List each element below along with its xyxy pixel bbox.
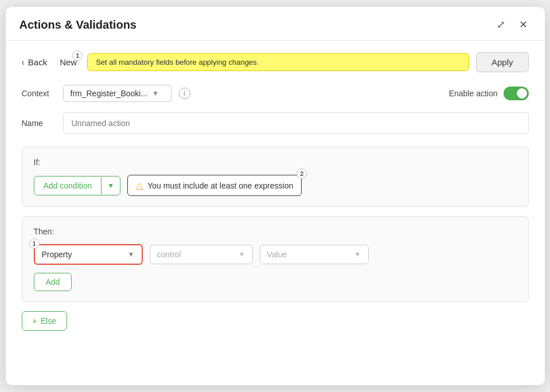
if-row: Add condition ▼ △ You must include at le… [34,175,517,196]
value-select[interactable]: Value ▼ [260,245,369,264]
then-badge-1: 1 [29,238,40,249]
then-section: Then: 1 Property ▼ control ▼ Value ▼ [22,216,529,302]
expression-warning-text: You must include at least one expression [147,181,293,190]
context-caret-icon: ▼ [152,89,159,97]
name-row: Name [22,112,529,134]
modal-title: Actions & Validations [19,18,136,32]
then-title: Then: [34,227,517,236]
else-plus-icon: + [33,316,37,326]
toggle-knob [517,88,527,99]
modal: Actions & Validations ⤢ ✕ ‹ Back New 1 S… [6,7,545,385]
expression-warning: △ You must include at least one expressi… [127,175,302,196]
property-label: Property [42,250,72,259]
add-condition-btn[interactable]: Add condition ▼ [34,176,121,195]
enable-action-label: Enable action [449,89,498,98]
top-row: ‹ Back New 1 Set all mandatory fields be… [22,52,529,72]
info-icon[interactable]: i [179,88,190,99]
then-badge-wrap: 1 Property ▼ [34,244,143,265]
enable-action: Enable action [449,87,529,100]
context-select[interactable]: frm_Register_Booki... ▼ [63,85,172,102]
close-icon: ✕ [519,19,528,30]
modal-body: ‹ Back New 1 Set all mandatory fields be… [6,41,545,344]
property-select[interactable]: Property ▼ [34,244,143,265]
add-condition-caret-button[interactable]: ▼ [101,177,120,194]
modal-header: Actions & Validations ⤢ ✕ [6,7,545,41]
context-label: Context [22,89,56,98]
name-label: Name [22,119,56,128]
badge-1: 1 [72,50,83,61]
warn-icon: △ [136,180,143,191]
back-arrow-icon: ‹ [22,57,25,68]
close-button[interactable]: ✕ [516,17,531,32]
back-label: Back [28,57,47,67]
else-label: Else [41,316,56,326]
badge-2: 2 [297,168,307,179]
context-value: frm_Register_Booki... [71,89,148,98]
new-label: New 1 [60,57,77,67]
add-button[interactable]: Add [34,273,72,291]
add-condition-main-button[interactable]: Add condition [34,177,102,195]
else-button[interactable]: + Else [22,311,67,331]
control-select[interactable]: control ▼ [150,245,253,264]
value-caret-icon: ▼ [354,250,361,258]
value-placeholder: Value [267,250,287,259]
back-button[interactable]: ‹ Back [22,57,48,68]
apply-button[interactable]: Apply [476,52,529,72]
property-caret-icon: ▼ [128,250,135,258]
enable-action-toggle[interactable] [504,87,529,100]
expand-icon: ⤢ [497,19,505,30]
if-section: If: Add condition ▼ △ You must include a… [22,147,529,207]
name-input[interactable] [63,112,529,134]
then-row: 1 Property ▼ control ▼ Value ▼ [34,244,517,265]
expand-button[interactable]: ⤢ [493,17,509,32]
modal-header-icons: ⤢ ✕ [493,17,531,32]
if-title: If: [34,158,517,167]
context-row: Context frm_Register_Booki... ▼ i Enable… [22,85,529,102]
control-caret-icon: ▼ [239,250,245,258]
tooltip-warning: Set all mandatory fields before applying… [87,53,469,71]
control-placeholder: control [157,250,181,259]
